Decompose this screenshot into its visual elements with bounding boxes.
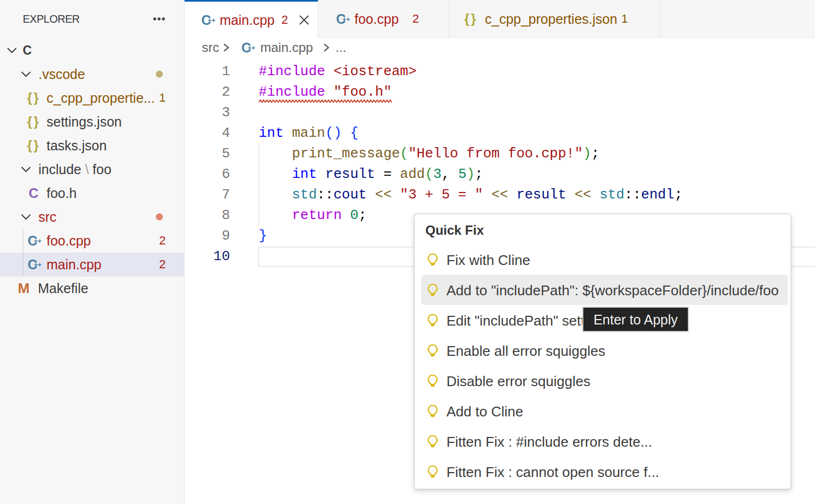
svg-text:+: +	[38, 237, 42, 245]
svg-text:+: +	[346, 15, 351, 23]
svg-text:+: +	[252, 44, 256, 52]
svg-text:+: +	[38, 261, 42, 269]
svg-text:+: +	[212, 16, 216, 24]
